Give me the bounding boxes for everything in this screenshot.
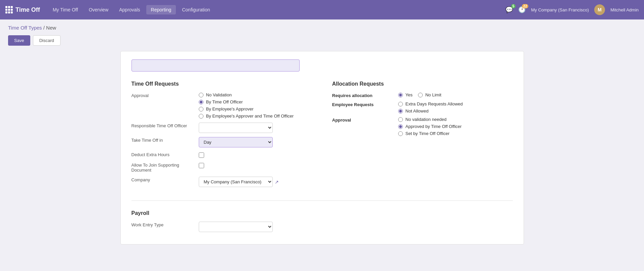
employee-requests-row: Employee Requests Extra Days Requests Al…: [332, 101, 513, 114]
allocation-requests-section: Allocation Requests Requires allocation …: [332, 81, 513, 191]
company-control: My Company (San Francisco) ↗: [199, 177, 312, 187]
app-title: Time Off: [15, 6, 40, 13]
allow-join-doc-row: Allow To Join Supporting Document: [131, 162, 312, 173]
take-time-off-in-control: Day Half Day Hours: [199, 137, 312, 147]
radio-set-by-officer-label: Set by Time Off Officer: [406, 131, 450, 136]
page-container: Time Off Types / New Save Discard Time O…: [0, 19, 644, 250]
radio-no-validation-label: No Validation: [206, 92, 232, 97]
app-logo[interactable]: Time Off: [5, 6, 40, 13]
breadcrumb-parent[interactable]: Time Off Types: [8, 25, 42, 31]
deduct-extra-hours-row: Deduct Extra Hours: [131, 151, 312, 158]
radio-yes[interactable]: Yes: [398, 92, 413, 97]
payroll-section: Payroll Work Entry Type: [131, 210, 513, 232]
allow-join-doc-control: [199, 162, 312, 168]
radio-by-employees-approver-label: By Employee's Approver: [206, 106, 254, 111]
radio-no-limit[interactable]: No Limit: [418, 92, 442, 97]
page-scroll: Time Off Types / New Save Discard Time O…: [0, 19, 644, 271]
time-off-requests-section: Time Off Requests Approval No Validation: [131, 81, 312, 191]
main-navigation: My Time Off Overview Approvals Reporting…: [48, 5, 498, 14]
responsible-officer-row: Responsible Time Off Officer: [131, 123, 312, 133]
approval-control: No Validation By Time Off Officer By Emp…: [199, 92, 312, 119]
work-entry-type-control: [199, 222, 513, 232]
deduct-extra-hours-control: [199, 151, 312, 158]
radio-no-validation[interactable]: No Validation: [199, 92, 312, 97]
allow-join-doc-label: Allow To Join Supporting Document: [131, 162, 199, 173]
toolbar: Save Discard: [8, 35, 636, 46]
radio-not-allowed-label: Not Allowed: [406, 108, 429, 114]
company-name[interactable]: My Company (San Francisco): [531, 7, 589, 12]
avatar[interactable]: M: [594, 4, 605, 15]
activity-count: 22: [522, 4, 528, 8]
nav-approvals[interactable]: Approvals: [114, 5, 145, 14]
radio-yes-label: Yes: [406, 92, 413, 97]
discard-button[interactable]: Discard: [33, 35, 61, 46]
radio-by-employees-approver-and-officer-label: By Employee's Approver and Time Off Offi…: [206, 114, 294, 119]
breadcrumb-current: New: [46, 25, 56, 31]
approval-label: Approval: [131, 92, 199, 98]
take-time-off-in-row: Take Time Off in Day Half Day Hours: [131, 137, 312, 147]
allocation-approval-row: Approval No validation needed Approved b…: [332, 117, 513, 136]
radio-no-validation-needed-label: No validation needed: [406, 117, 447, 122]
topnav-right: 💬 5 🕐 22 My Company (San Francisco) M Mi…: [505, 4, 639, 15]
radio-by-time-off-officer-label: By Time Off Officer: [206, 99, 243, 104]
radio-by-employees-approver-and-officer[interactable]: By Employee's Approver and Time Off Offi…: [199, 114, 312, 119]
company-select[interactable]: My Company (San Francisco): [199, 177, 273, 187]
external-link-icon[interactable]: ↗: [275, 179, 279, 185]
radio-set-by-officer[interactable]: Set by Time Off Officer: [398, 131, 462, 136]
work-entry-type-row: Work Entry Type: [131, 222, 513, 232]
take-time-off-in-label: Take Time Off in: [131, 137, 199, 143]
breadcrumb-separator: /: [43, 25, 46, 31]
nav-overview[interactable]: Overview: [84, 5, 113, 14]
approval-radio-group: No Validation By Time Off Officer By Emp…: [199, 92, 312, 119]
take-time-off-in-select[interactable]: Day Half Day Hours: [199, 137, 273, 147]
form-card: Time Off Requests Approval No Validation: [120, 51, 524, 244]
radio-no-limit-label: No Limit: [425, 92, 442, 97]
sections-row: Time Off Requests Approval No Validation: [131, 81, 513, 191]
grid-icon: [5, 6, 13, 13]
allocation-approval-label: Approval: [332, 117, 393, 123]
radio-by-employees-approver[interactable]: By Employee's Approver: [199, 106, 312, 111]
breadcrumb: Time Off Types / New: [8, 25, 636, 31]
company-field: My Company (San Francisco) ↗: [199, 177, 312, 187]
payroll-title: Payroll: [131, 210, 513, 216]
requires-allocation-control: Yes No Limit: [398, 92, 442, 97]
approval-field-row: Approval No Validation By Time Off Offic…: [131, 92, 312, 119]
requires-allocation-label: Requires allocation: [332, 92, 393, 98]
radio-extra-days-allowed-label: Extra Days Requests Allowed: [406, 101, 463, 106]
radio-approved-by-officer-label: Approved by Time Off Officer: [406, 124, 462, 129]
top-navigation: Time Off My Time Off Overview Approvals …: [0, 0, 644, 19]
radio-approved-by-officer[interactable]: Approved by Time Off Officer: [398, 124, 462, 129]
nav-my-time-off[interactable]: My Time Off: [48, 5, 83, 14]
allocation-approval-control: No validation needed Approved by Time Of…: [398, 117, 462, 136]
employee-requests-control: Extra Days Requests Allowed Not Allowed: [398, 101, 463, 114]
nav-reporting[interactable]: Reporting: [146, 5, 176, 14]
work-entry-type-select[interactable]: [199, 222, 273, 232]
allocation-requests-title: Allocation Requests: [332, 81, 513, 87]
radio-not-allowed[interactable]: Not Allowed: [398, 108, 463, 114]
responsible-officer-label: Responsible Time Off Officer: [131, 123, 199, 128]
radio-no-validation-needed[interactable]: No validation needed: [398, 117, 462, 122]
work-entry-type-label: Work Entry Type: [131, 222, 199, 227]
requires-allocation-radios: Yes No Limit: [398, 92, 442, 97]
allow-join-doc-checkbox[interactable]: [199, 163, 204, 168]
username: Mitchell Admin: [610, 7, 639, 12]
section-divider: [131, 200, 513, 201]
company-row: Company My Company (San Francisco) ↗: [131, 177, 312, 187]
requires-allocation-row: Requires allocation Yes No Limit: [332, 92, 513, 98]
responsible-officer-control: [199, 123, 312, 133]
chat-badge[interactable]: 💬 5: [505, 6, 513, 13]
company-label: Company: [131, 177, 199, 182]
save-button[interactable]: Save: [8, 35, 30, 46]
chat-count: 5: [511, 4, 516, 8]
responsible-officer-select[interactable]: [199, 123, 273, 133]
radio-by-time-off-officer[interactable]: By Time Off Officer: [199, 99, 312, 104]
time-off-requests-title: Time Off Requests: [131, 81, 312, 87]
deduct-extra-hours-checkbox[interactable]: [199, 152, 204, 158]
deduct-extra-hours-label: Deduct Extra Hours: [131, 151, 199, 157]
nav-configuration[interactable]: Configuration: [177, 5, 215, 14]
name-input[interactable]: [131, 59, 300, 72]
activity-badge[interactable]: 🕐 22: [518, 6, 526, 13]
radio-extra-days-allowed[interactable]: Extra Days Requests Allowed: [398, 101, 463, 106]
employee-requests-label: Employee Requests: [332, 101, 393, 107]
